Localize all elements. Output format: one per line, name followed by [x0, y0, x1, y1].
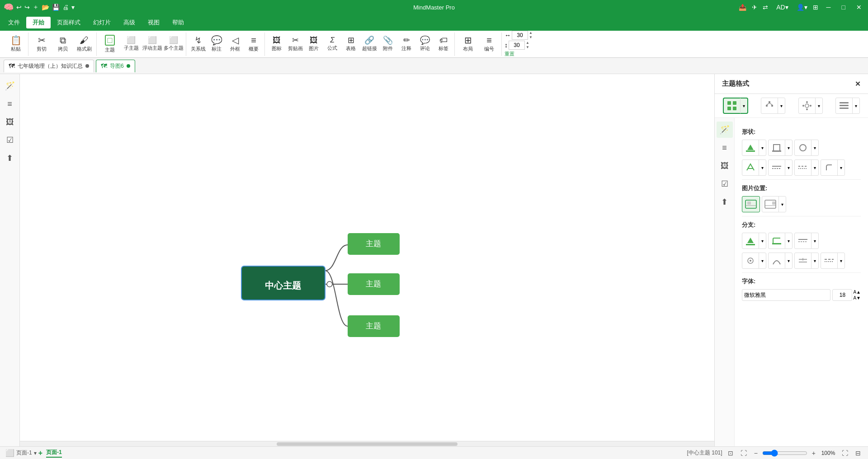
font-name-input[interactable]	[742, 289, 830, 301]
undo-icon[interactable]: ↩	[16, 4, 22, 11]
canvas-area[interactable]: 中心主题 主题 主题 主题	[20, 74, 714, 446]
branch-dash-btn[interactable]: ▾	[821, 253, 845, 269]
share-icon[interactable]: 📤	[739, 4, 746, 11]
floating-topic-button[interactable]: ⬜ 浮动主题	[142, 33, 163, 56]
summary-button[interactable]: ≡ 概要	[245, 33, 263, 56]
branch-node-mid[interactable]: 主题	[348, 273, 400, 295]
branch-node-top[interactable]: 主题	[348, 233, 400, 255]
panel-layout-tab1[interactable]: ▾	[723, 98, 748, 114]
icon-button[interactable]: 🖼 图标	[268, 33, 286, 56]
multiple-topic-button[interactable]: ⬜ 多个主题	[163, 33, 184, 56]
print-icon[interactable]: 🖨	[62, 4, 69, 11]
menu-view[interactable]: 视图	[142, 17, 166, 28]
close-button[interactable]: ✕	[854, 3, 864, 12]
comment-button[interactable]: 💬 评论	[416, 33, 434, 56]
img-outside-arrow[interactable]: ▾	[778, 197, 786, 212]
shape-type-btn[interactable]: ▾	[794, 140, 819, 156]
layout-tab2-arrow[interactable]: ▾	[778, 98, 785, 113]
expand-view-icon[interactable]: ⛶	[739, 449, 749, 458]
menu-help[interactable]: 帮助	[166, 17, 190, 28]
ad-button[interactable]: AD▾	[774, 3, 791, 12]
img-inside-btn[interactable]	[742, 196, 760, 212]
width-up-arrow[interactable]: ▲	[529, 31, 533, 35]
formula-button[interactable]: Σ 公式	[323, 33, 341, 56]
hyperlink-button[interactable]: 🔗 超链接	[360, 33, 378, 56]
topic-button[interactable]: □ 主题	[99, 33, 120, 56]
branch-curve-btn[interactable]: ▾	[768, 253, 793, 269]
border-color-btn[interactable]: ▾	[768, 140, 793, 156]
save-icon[interactable]: 💾	[52, 4, 60, 11]
copy-button[interactable]: ⧉ 拷贝	[52, 33, 73, 56]
branch-line-btn[interactable]: ▾	[794, 233, 819, 249]
branch-line-arrow[interactable]: ▾	[811, 233, 818, 248]
fill-color-btn[interactable]: ▾	[742, 140, 766, 156]
outer-frame-button[interactable]: ◁ 外框	[226, 33, 244, 56]
open-file-icon[interactable]: 📂	[42, 4, 49, 11]
zoom-plus-btn[interactable]: +	[810, 449, 817, 458]
menu-advanced[interactable]: 高级	[117, 17, 142, 28]
attachment-button[interactable]: 📎 附件	[379, 33, 397, 56]
branch-spacing-arrow[interactable]: ▾	[811, 253, 818, 268]
layout-button[interactable]: ⊞ 布局	[458, 33, 478, 56]
new-tab-icon[interactable]: ＋	[33, 3, 39, 11]
format-brush-button[interactable]: 🖌 格式刷	[74, 33, 94, 56]
branch-dash-arrow[interactable]: ▾	[837, 253, 844, 268]
tag-button[interactable]: 🏷 标签	[434, 33, 453, 56]
font-size-increase[interactable]: A▲	[853, 289, 861, 295]
panel-close-icon[interactable]: ✕	[855, 80, 861, 88]
height-up-arrow[interactable]: ▲	[526, 41, 529, 45]
sidebar-magic-icon[interactable]: 🪄	[2, 78, 18, 94]
page-dropdown-arrow[interactable]: ▾	[34, 450, 37, 456]
border-dash-btn[interactable]: ▾	[794, 159, 819, 176]
page-thumb-icon[interactable]: ⬜	[5, 449, 14, 457]
corner-style-arrow[interactable]: ▾	[837, 160, 844, 175]
image-button[interactable]: 🖼 图片	[305, 33, 323, 56]
horizontal-scrollbar[interactable]	[20, 441, 714, 446]
maximize-button[interactable]: □	[839, 3, 848, 12]
branch-conn-arrow[interactable]: ▾	[759, 253, 766, 268]
border-dash-arrow[interactable]: ▾	[811, 160, 818, 175]
sidebar-image-icon[interactable]: 🖼	[2, 114, 18, 130]
height-down-arrow[interactable]: ▼	[526, 45, 529, 50]
zoom-slider[interactable]	[762, 450, 807, 457]
font-size-input[interactable]	[832, 289, 852, 301]
share2-icon[interactable]: ⇄	[763, 4, 768, 11]
tab-map6[interactable]: 🗺 导图6	[96, 60, 135, 72]
height-input[interactable]	[509, 41, 525, 50]
menu-start[interactable]: 开始	[26, 17, 51, 28]
fullscreen-btn[interactable]: ⛶	[840, 449, 850, 458]
fill-color-arrow[interactable]: ▾	[759, 140, 766, 155]
sidebar-upload-icon[interactable]: ⬆	[2, 150, 18, 166]
branch-fill-btn[interactable]: ▾	[742, 233, 766, 249]
expand-circle[interactable]	[327, 281, 332, 287]
relation-line-button[interactable]: ↯ 关系线	[189, 33, 207, 56]
panel-tab-check[interactable]: ☑	[717, 176, 733, 192]
redo-icon[interactable]: ↪	[24, 4, 30, 11]
shape-type-arrow[interactable]: ▾	[811, 140, 818, 155]
tab-geography[interactable]: 🗺 七年级地理（上）知识汇总	[4, 60, 94, 72]
active-page-label[interactable]: 页面-1	[46, 449, 62, 458]
more-dropdown-icon[interactable]: ▾	[71, 4, 75, 11]
layout-tab4-arrow[interactable]: ▾	[852, 98, 859, 113]
branch-style-btn[interactable]: ▾	[768, 233, 793, 249]
reset-button[interactable]: 重置	[505, 51, 514, 57]
layout-tab1-arrow[interactable]: ▾	[740, 98, 747, 113]
img-outside-btn[interactable]: ▾	[762, 196, 786, 212]
branch-conn-btn[interactable]: ▾	[742, 253, 766, 269]
branch-style-arrow[interactable]: ▾	[785, 233, 792, 248]
branch-node-bot[interactable]: 主题	[348, 315, 400, 337]
sidebar-check-icon[interactable]: ☑	[2, 132, 18, 148]
fit-view-icon[interactable]: ⊡	[726, 449, 735, 458]
border-arrow[interactable]: ▾	[785, 140, 792, 155]
panel-layout-tab2[interactable]: ▾	[761, 98, 785, 114]
line-style-btn[interactable]: ▾	[768, 159, 793, 176]
table-button[interactable]: ⊞ 表格	[342, 33, 360, 56]
zoom-minus-btn[interactable]: −	[752, 449, 760, 458]
paste-button[interactable]: 📋 粘贴	[5, 33, 26, 56]
subtopic-button[interactable]: ⬜ 子主题	[121, 33, 142, 56]
add-page-button[interactable]: +	[38, 449, 42, 457]
panel-tab-upload[interactable]: ⬆	[717, 194, 733, 210]
scroll-thumb[interactable]	[277, 442, 458, 446]
menu-file[interactable]: 文件	[2, 17, 26, 28]
layout-tab3-arrow[interactable]: ▾	[815, 98, 822, 113]
